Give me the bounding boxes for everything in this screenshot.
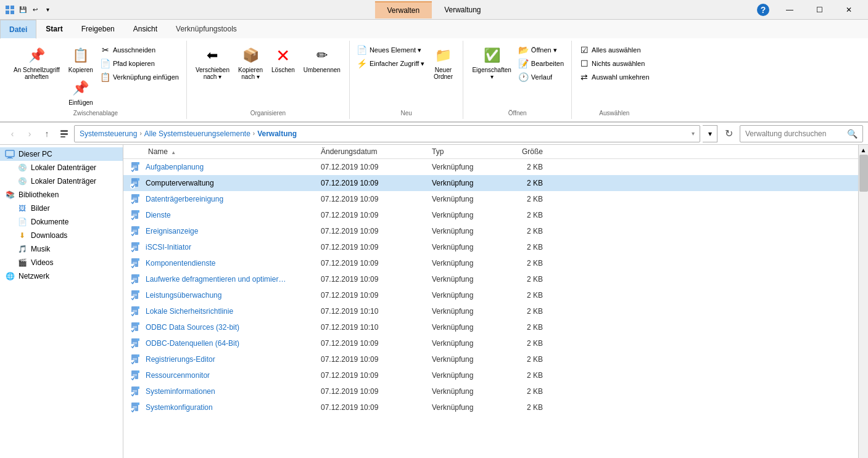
col-header-type[interactable]: Typ [432,147,506,156]
btn-copy-to[interactable]: 📦 Kopierennach ▾ [234,43,267,83]
save-quick-btn[interactable]: 💾 [17,4,28,15]
forward-btn[interactable]: › [22,126,37,141]
file-icon [130,401,142,414]
tab-start[interactable]: Start [36,20,72,38]
sidebar-item-lokaler1[interactable]: 💿 Lokaler Datenträger [0,161,123,174]
btn-paste[interactable]: 📌 Einfügen [65,76,97,108]
btn-paste-link[interactable]: 📋 Verknüpfung einfügen [98,70,181,84]
maximize-btn[interactable]: ☐ [805,0,833,20]
table-row[interactable]: Lokale Sicherheitsrichtlinie 07.12.2019 … [123,303,858,319]
path-systemsteuerung[interactable]: Systemsteuerung [80,129,137,138]
path-current[interactable]: Verwaltung [257,129,297,138]
btn-cut[interactable]: ✂ Ausschneiden [98,43,181,57]
window-title: Verwaltung [432,2,493,18]
group-oeffnen: ✅ Eigenschaften▾ 📂 Öffnen ▾ 📝 Bearbeiten… [463,41,572,119]
sidebar-videos[interactable]: 🎬 Videos [0,256,123,269]
btn-new-item[interactable]: 📄 Neues Element ▾ [355,43,428,57]
file-icon [130,289,142,301]
file-cell-date: 07.12.2019 10:09 [321,179,432,187]
btn-select-all[interactable]: ☑ Alles auswählen [577,43,652,57]
table-row[interactable]: ODBC Data Sources (32-bit) 07.12.2019 10… [123,319,858,335]
table-row[interactable]: iSCSI-Initiator 07.12.2019 10:09 Verknüp… [123,239,858,255]
btn-edit[interactable]: 📝 Bearbeiten [516,57,566,70]
sidebar-downloads[interactable]: ⬇ Downloads [0,229,123,242]
table-row[interactable]: Ressourcenmonitor 07.12.2019 10:09 Verkn… [123,367,858,383]
tab-verwalten[interactable]: Verwalten [374,1,432,18]
tab-freigeben[interactable]: Freigeben [72,20,124,38]
btn-open[interactable]: 📂 Öffnen ▾ [516,43,566,57]
window-controls: ? — ☐ ✕ [757,0,863,20]
btn-select-none[interactable]: ☐ Nichts auswählen [577,57,652,70]
btn-rename[interactable]: ✏ Umbenennen [300,43,344,76]
table-row[interactable]: ODBC-Datenquellen (64-Bit) 07.12.2019 10… [123,335,858,351]
scroll-thumb[interactable] [859,155,868,192]
file-cell-type: Verknüpfung [432,275,506,284]
sidebar-item-dieser-pc[interactable]: Dieser PC [0,147,123,161]
btn-copy-path[interactable]: 📄 Pfad kopieren [98,57,181,70]
up-btn[interactable]: ↑ [39,126,54,141]
sidebar-dokumente[interactable]: 📄 Dokumente [0,215,123,229]
btn-delete[interactable]: ✕ Löschen [268,43,299,76]
undo-quick-btn[interactable]: ↩ [30,4,41,15]
search-box[interactable]: 🔍 [740,125,863,142]
recent-locations-btn[interactable] [57,126,72,141]
file-cell-name: Laufwerke defragmentieren und optimier… [123,273,321,285]
col-header-date[interactable]: Änderungsdatum [321,147,432,156]
table-row[interactable]: Dienste 07.12.2019 10:09 Verknüpfung 2 K… [123,207,858,223]
btn-copy[interactable]: 📋 Kopieren [65,43,97,76]
qa-dropdown[interactable]: ▾ [42,4,53,15]
sidebar-netzwerk[interactable]: 🌐 Netzwerk [0,269,123,283]
table-row[interactable]: Laufwerke defragmentieren und optimier… … [123,271,858,287]
btn-move[interactable]: ⬅ Verschiebennach ▾ [192,43,233,83]
address-path[interactable]: Systemsteuerung › Alle Systemsteuerungse… [74,125,700,142]
sidebar-bibliotheken[interactable]: 📚 Bibliotheken [0,188,123,202]
btn-invert-selection[interactable]: ⇄ Auswahl umkehren [577,70,652,84]
file-cell-name: Ereignisanzeige [123,225,321,237]
cut-label: Ausschneiden [113,46,155,54]
btn-pin[interactable]: 📌 An Schnellzugriffanheften [10,43,64,83]
table-row[interactable]: Computerverwaltung 07.12.2019 10:09 Verk… [123,175,858,191]
btn-history[interactable]: 🕐 Verlauf [516,70,566,84]
scroll-track[interactable] [859,155,868,458]
back-btn[interactable]: ‹ [5,126,20,141]
btn-properties[interactable]: ✅ Eigenschaften▾ [468,43,515,83]
search-input[interactable] [745,129,845,138]
select-all-icon: ☑ [579,45,589,55]
minimize-btn[interactable]: — [775,0,804,20]
table-row[interactable]: Komponentendienste 07.12.2019 10:09 Verk… [123,255,858,271]
refresh-btn[interactable]: ↻ [720,125,737,142]
select-none-label: Nichts auswählen [592,60,645,67]
tab-ansicht[interactable]: Ansicht [124,20,167,38]
table-row[interactable]: Ereignisanzeige 07.12.2019 10:09 Verknüp… [123,223,858,239]
scroll-up-btn[interactable]: ▲ [859,145,869,155]
sidebar-bilder[interactable]: 🖼 Bilder [0,202,123,215]
col-header-size[interactable]: Größe [506,147,555,156]
sidebar-musik[interactable]: 🎵 Musik [0,242,123,256]
file-cell-name: Systemkonfiguration [123,401,321,414]
file-cell-size: 2 KB [506,243,555,251]
tab-datei[interactable]: Datei [0,20,36,39]
btn-easy-access[interactable]: ⚡ Einfacher Zugriff ▾ [355,57,428,70]
path-alle[interactable]: Alle Systemsteuerungselemente [144,129,250,138]
tab-verknupfungstools[interactable]: Verknüpfungstools [167,20,246,38]
table-row[interactable]: Systemkonfiguration 07.12.2019 10:09 Ver… [123,399,858,415]
main-layout: Dieser PC 💿 Lokaler Datenträger 💿 Lokale… [0,145,868,458]
svg-rect-72 [137,322,139,325]
sidebar-item-lokaler2[interactable]: 💿 Lokaler Datenträger [0,174,123,188]
close-btn[interactable]: ✕ [835,0,863,20]
table-row[interactable]: Aufgabenplanung 07.12.2019 10:09 Verknüp… [123,159,858,175]
scrollbar[interactable]: ▲ ▼ [858,145,868,458]
table-row[interactable]: Registrierungs-Editor 07.12.2019 10:09 V… [123,351,858,367]
history-icon: 🕐 [519,72,529,82]
ribbon-tabs: Datei Start Freigeben Ansicht Verknüpfun… [0,20,868,38]
file-cell-size: 2 KB [506,259,555,268]
help-btn[interactable]: ? [757,4,769,16]
table-row[interactable]: Datenträgerbereinigung 07.12.2019 10:09 … [123,191,858,207]
address-dropdown[interactable]: ▾ [703,125,717,142]
table-row[interactable]: Systeminformationen 07.12.2019 10:09 Ver… [123,383,858,399]
table-row[interactable]: Leistungsüberwachung 07.12.2019 10:09 Ve… [123,287,858,303]
pc-icon [5,149,15,159]
btn-new-folder[interactable]: 📁 NeuerOrdner [428,43,458,83]
new-folder-icon: 📁 [433,46,453,65]
col-header-name[interactable]: Name ▲ [123,147,321,156]
